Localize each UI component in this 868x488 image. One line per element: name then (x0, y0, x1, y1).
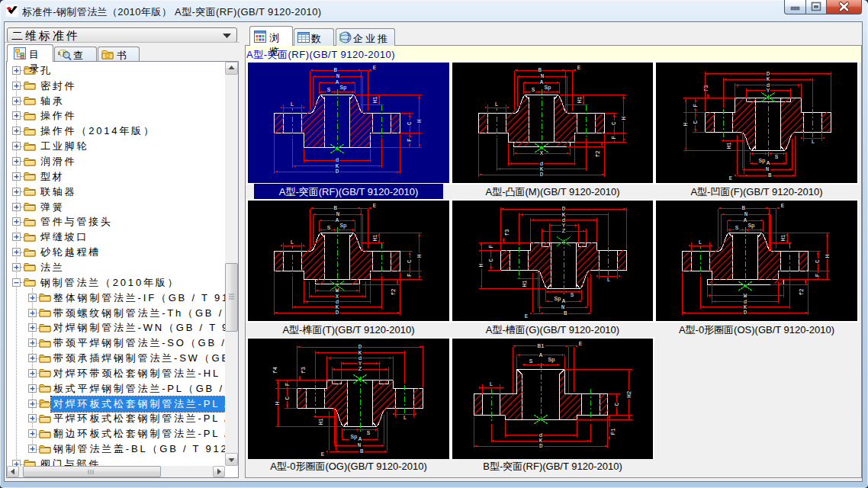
svg-text:Sp: Sp (747, 223, 754, 229)
svg-text:L: L (291, 239, 294, 246)
svg-text:f4: f4 (272, 367, 278, 374)
svg-text:E: E (729, 175, 733, 181)
svg-text:L: L (812, 139, 815, 145)
svg-text:F: F (611, 136, 617, 140)
svg-text:B1: B1 (537, 343, 545, 349)
svg-text:L: L (291, 101, 294, 108)
svg-text:H1: H1 (780, 234, 786, 242)
svg-text:H: H (683, 123, 689, 127)
svg-text:D: D (744, 310, 747, 316)
svg-text:F: F (693, 104, 699, 108)
svg-text:f3: f3 (504, 229, 510, 236)
svg-text:S: S (735, 225, 739, 231)
svg-text:E: E (781, 203, 785, 209)
svg-text:E: E (525, 313, 529, 319)
svg-text:B: B (538, 67, 542, 73)
svg-text:E: E (373, 65, 377, 71)
svg-text:H1: H1 (577, 96, 583, 104)
svg-text:W: W (744, 293, 747, 299)
svg-text:C: C (407, 121, 413, 125)
svg-text:S: S (532, 87, 535, 93)
svg-text:Sp: Sp (339, 223, 346, 229)
svg-text:C: C (488, 258, 494, 262)
svg-text:F: F (407, 274, 413, 278)
svg-text:A: A (744, 217, 747, 223)
svg-text:N: N (561, 304, 565, 310)
svg-text:Sp: Sp (339, 85, 346, 91)
svg-text:X: X (540, 150, 544, 156)
svg-text:Y: Y (358, 361, 362, 367)
svg-text:D: D (539, 443, 543, 449)
svg-text:H: H (416, 255, 423, 258)
svg-text:A: A (336, 217, 339, 223)
svg-text:f3: f3 (301, 367, 307, 374)
svg-text:Sp: Sp (350, 434, 357, 440)
svg-text:d: d (358, 355, 362, 361)
svg-text:Z: Z (562, 228, 566, 234)
svg-text:C: C (407, 259, 413, 263)
svg-text:f2: f2 (391, 288, 397, 295)
svg-text:Sp: Sp (544, 85, 551, 91)
svg-text:F1: F1 (610, 428, 616, 435)
svg-text:A: A (562, 298, 566, 304)
svg-text:Y: Y (562, 223, 566, 229)
svg-text:F: F (488, 245, 494, 249)
svg-text:d: d (767, 82, 770, 88)
svg-text:B: B (334, 67, 338, 73)
svg-text:F: F (815, 274, 821, 278)
svg-text:N: N (336, 73, 340, 79)
svg-text:H: H (478, 264, 484, 268)
svg-text:D: D (336, 310, 339, 316)
svg-text:B: B (334, 205, 338, 211)
svg-text:L: L (495, 101, 499, 108)
svg-text:A: A (358, 436, 362, 442)
svg-text:K: K (767, 76, 770, 82)
svg-text:Y: Y (767, 88, 770, 94)
svg-text:K: K (358, 350, 362, 356)
svg-text:f2: f2 (595, 150, 601, 157)
svg-text:E: E (577, 65, 581, 71)
svg-text:C: C (693, 120, 699, 124)
svg-text:C: C (614, 403, 620, 406)
svg-text:D: D (562, 206, 566, 212)
svg-text:Sp: Sp (758, 158, 765, 164)
svg-text:F: F (407, 139, 413, 143)
svg-text:S: S (327, 225, 331, 231)
svg-text:H: H (275, 402, 281, 406)
svg-text:H: H (621, 117, 627, 120)
svg-text:L: L (403, 415, 407, 421)
svg-text:D: D (540, 172, 544, 178)
svg-text:Sp: Sp (554, 296, 561, 302)
svg-text:A: A (336, 79, 339, 85)
svg-text:D: D (358, 344, 362, 350)
svg-text:E: E (579, 341, 583, 347)
svg-text:D: D (767, 71, 770, 77)
svg-text:B: B (742, 205, 746, 211)
svg-text:L: L (490, 381, 493, 387)
svg-text:A: A (540, 79, 544, 85)
svg-text:A: A (767, 160, 770, 166)
svg-text:B: B (768, 172, 772, 178)
svg-text:H1: H1 (318, 418, 324, 425)
svg-text:L: L (699, 239, 702, 246)
svg-text:N: N (541, 73, 545, 79)
svg-text:C: C (611, 121, 617, 125)
svg-text:E: E (321, 451, 325, 458)
svg-text:H1: H1 (372, 234, 378, 242)
svg-text:N: N (336, 211, 340, 217)
svg-text:S: S (327, 87, 331, 93)
svg-text:S: S (775, 154, 779, 160)
svg-text:E: E (373, 203, 377, 209)
svg-text:H2: H2 (626, 391, 632, 398)
svg-text:N: N (744, 211, 748, 217)
svg-text:N: N (766, 166, 770, 172)
svg-text:f3: f3 (703, 85, 709, 92)
svg-text:H1: H1 (372, 96, 378, 104)
svg-text:B: B (564, 310, 567, 316)
svg-text:A: A (539, 352, 543, 358)
svg-text:K: K (562, 212, 566, 218)
svg-text:F: F (285, 383, 291, 387)
svg-text:H: H (416, 120, 423, 124)
svg-text:C: C (815, 259, 821, 263)
svg-text:D: D (336, 169, 339, 175)
